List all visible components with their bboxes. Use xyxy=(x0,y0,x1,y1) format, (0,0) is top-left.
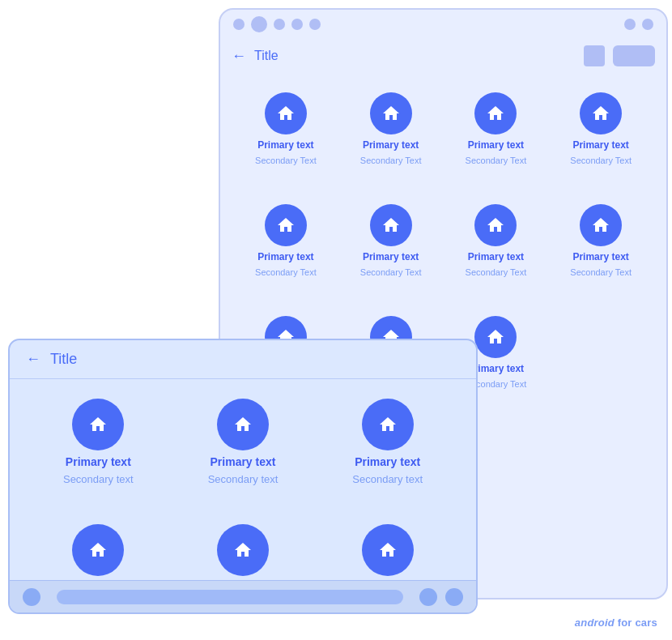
list-item[interactable]: Primary text Secondary Text xyxy=(548,193,653,288)
list-item[interactable]: Primary text Secondary Text xyxy=(233,193,338,288)
list-item[interactable]: Primary text Secondary Text xyxy=(338,193,444,288)
home-icon xyxy=(72,524,124,576)
home-icon xyxy=(362,399,414,450)
item-secondary-text: Secondary Text xyxy=(360,267,422,277)
item-secondary-text: Secondary text xyxy=(63,473,134,485)
list-item[interactable]: Primary text Secondary text xyxy=(315,387,460,497)
home-icon xyxy=(370,204,412,246)
bottom-nav-dot-3[interactable] xyxy=(445,588,463,606)
item-secondary-text: Secondary text xyxy=(352,473,423,485)
bottom-nav-dot-2[interactable] xyxy=(419,588,437,606)
home-icon xyxy=(265,204,307,246)
item-secondary-text: Secondary Text xyxy=(570,267,632,277)
item-secondary-text: Secondary Text xyxy=(466,267,527,277)
status-dot-6 xyxy=(624,19,636,30)
status-dot-1 xyxy=(233,19,245,30)
home-icon xyxy=(72,399,124,450)
phone-toolbar: ← Title xyxy=(220,39,666,73)
status-dot-5 xyxy=(309,19,321,30)
bottom-search-bar[interactable] xyxy=(57,590,403,604)
status-dot-3 xyxy=(274,19,285,30)
tablet-title: Title xyxy=(50,351,77,368)
phone-grid-row-1: Primary text Secondary Text Primary text… xyxy=(220,73,666,185)
android-for-cars-label: android for cars xyxy=(575,617,657,629)
item-secondary-text: Secondary text xyxy=(208,473,279,485)
status-dot-4 xyxy=(291,19,303,30)
home-icon xyxy=(217,524,269,576)
item-primary-text: Primary text xyxy=(468,139,524,151)
home-icon xyxy=(474,316,517,358)
bottom-nav-dot-1[interactable] xyxy=(23,588,40,606)
home-icon xyxy=(217,399,269,450)
list-item[interactable]: Primary text Secondary text xyxy=(26,387,171,497)
list-item[interactable]: Primary text Secondary text xyxy=(171,387,316,497)
home-icon xyxy=(265,92,307,134)
status-dot-7 xyxy=(642,19,653,30)
tablet-bottom-bar xyxy=(10,580,476,612)
tablet-toolbar: ← Title xyxy=(10,340,476,379)
home-icon xyxy=(370,92,412,134)
home-icon xyxy=(474,92,517,134)
phone-grid-row-2: Primary text Secondary Text Primary text… xyxy=(220,185,666,297)
home-icon xyxy=(580,204,622,246)
toolbar-search-pill[interactable] xyxy=(613,45,655,66)
item-primary-text: Primary text xyxy=(211,455,276,468)
item-secondary-text: Secondary Text xyxy=(255,267,317,277)
item-primary-text: Primary text xyxy=(66,455,131,468)
phone-status-bar xyxy=(220,10,666,39)
tablet-grid-row-1: Primary text Secondary text Primary text… xyxy=(10,379,476,505)
list-item[interactable]: Primary text Secondary Text xyxy=(233,81,338,177)
item-primary-text: Primary text xyxy=(257,139,313,151)
phone-title: Title xyxy=(254,49,576,63)
toolbar-square-icon[interactable] xyxy=(584,45,605,66)
item-primary-text: Primary text xyxy=(257,251,313,262)
home-icon xyxy=(580,92,622,134)
list-item[interactable]: Primary text Secondary Text xyxy=(338,81,444,177)
status-dot-2 xyxy=(251,16,267,32)
item-primary-text: Primary text xyxy=(572,251,628,262)
home-icon xyxy=(474,204,517,246)
list-item[interactable]: Primary text Secondary Text xyxy=(444,81,549,177)
list-item[interactable]: Primary text Secondary Text xyxy=(548,81,653,177)
tablet-frame: ← Title Primary text Secondary text Prim… xyxy=(8,339,478,614)
item-secondary-text: Secondary Text xyxy=(360,156,422,165)
item-secondary-text: Secondary Text xyxy=(255,156,317,165)
home-icon xyxy=(362,524,414,576)
item-secondary-text: Secondary Text xyxy=(466,156,527,165)
item-primary-text: Primary text xyxy=(468,251,524,262)
item-primary-text: Primary text xyxy=(355,455,420,468)
item-secondary-text: Secondary Text xyxy=(570,156,632,165)
item-primary-text: Primary text xyxy=(363,251,419,262)
item-primary-text: Primary text xyxy=(363,139,419,151)
tablet-back-button[interactable]: ← xyxy=(26,351,40,368)
list-item[interactable]: Primary text Secondary Text xyxy=(444,193,549,288)
back-button[interactable]: ← xyxy=(232,48,246,65)
item-primary-text: Primary text xyxy=(572,139,628,151)
